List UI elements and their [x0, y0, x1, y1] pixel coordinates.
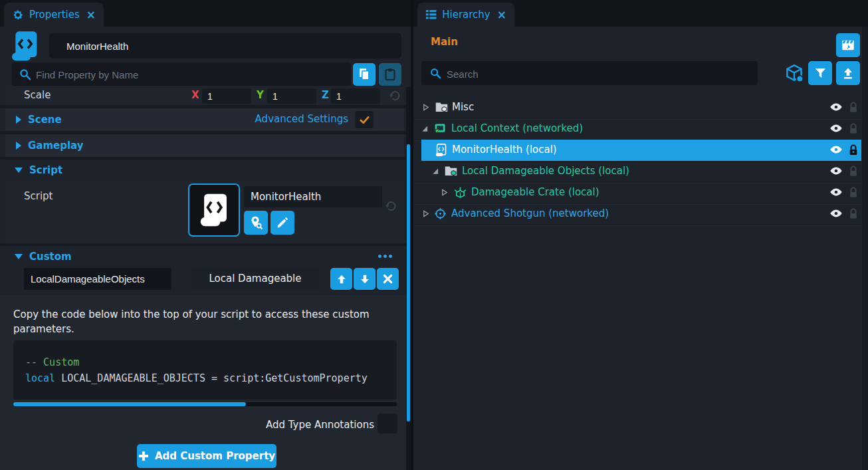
filter-button[interactable] [808, 61, 832, 85]
section-scene[interactable]: Scene Advanced Settings [5, 108, 404, 131]
vertical-scrollbar-track [406, 87, 411, 470]
script-scroll-icon [435, 144, 447, 157]
hierarchy-tabbar: Hierarchy × [413, 0, 868, 27]
find-property-input[interactable] [35, 62, 343, 87]
pencil-icon [276, 216, 289, 229]
expand-arrow-icon[interactable] [432, 168, 439, 175]
tree-row-local-damageable-objects[interactable]: Local Damageable Objects (local) [413, 161, 868, 182]
chevron-right-icon [16, 116, 21, 124]
axis-x-label: X [191, 89, 199, 101]
tree-row-damageable-crate[interactable]: Damageable Crate (local) [413, 182, 868, 203]
add-custom-property-button[interactable]: Add Custom Property [137, 444, 276, 468]
properties-body: Scale X Y Z Scene Advanced Settings [0, 27, 412, 470]
script-asset-thumbnail[interactable] [188, 183, 240, 237]
visibility-eye-icon[interactable] [829, 124, 843, 133]
custom-property-display-field[interactable]: Local Damageable Objects [191, 268, 320, 290]
tree-row-label: Advanced Shotgun (networked) [451, 203, 609, 224]
tab-hierarchy[interactable]: Hierarchy × [417, 3, 514, 27]
clipboard-icon [383, 67, 397, 82]
search-icon [429, 67, 441, 79]
reset-script-icon[interactable] [384, 199, 397, 213]
visibility-eye-icon[interactable] [829, 209, 843, 218]
collapse-arrow-icon[interactable] [423, 210, 429, 217]
section-script[interactable]: Script [5, 160, 404, 181]
folder-icon [435, 100, 449, 114]
script-row-label: Script [24, 190, 53, 202]
tree-row-label: Misc [452, 97, 474, 118]
lock-icon[interactable] [849, 186, 858, 199]
hierarchy-search[interactable] [421, 61, 758, 85]
check-icon [360, 116, 370, 124]
collapse-arrow-icon[interactable] [423, 104, 429, 111]
lock-icon[interactable] [849, 165, 858, 177]
close-icon[interactable]: × [497, 9, 506, 21]
script-section-body: Script MonitorHealth [5, 181, 404, 243]
tab-hierarchy-label: Hierarchy [442, 9, 490, 21]
section-gameplay[interactable]: Gameplay [5, 134, 404, 157]
vertical-scrollbar-thumb[interactable] [407, 144, 410, 421]
paste-properties-button[interactable] [379, 63, 401, 86]
tree-row-misc[interactable]: Misc [413, 97, 868, 118]
properties-panel: Properties × Scale [0, 0, 412, 470]
chevron-down-icon [15, 168, 23, 173]
scale-row: Scale X Y Z [5, 87, 404, 105]
lock-icon[interactable] [849, 101, 858, 114]
tree-row-label: Local Context (networked) [451, 118, 583, 139]
axis-y-label: Y [257, 89, 264, 101]
visibility-eye-icon[interactable] [829, 145, 843, 154]
hierarchy-body: Main Misc [413, 27, 868, 470]
arrow-down-icon [360, 274, 370, 285]
expand-arrow-icon[interactable] [421, 125, 428, 132]
add-type-annotations-checkbox[interactable] [378, 413, 397, 433]
horizontal-scrollbar-thumb[interactable] [13, 402, 246, 406]
code-block: -- Custom local LOCAL_DAMAGEABLE_OBJECTS… [13, 340, 397, 400]
close-icon[interactable]: × [86, 9, 96, 21]
delete-custom-property-button[interactable] [377, 268, 399, 290]
find-property-search[interactable] [12, 62, 351, 86]
visibility-eye-icon[interactable] [829, 102, 843, 112]
app-root: Properties × Scale [0, 0, 868, 470]
advanced-settings-checkbox[interactable] [355, 111, 374, 128]
copy-icon [358, 67, 371, 82]
reset-scale-icon[interactable] [388, 89, 401, 102]
publish-upload-button[interactable] [836, 61, 860, 85]
lock-icon[interactable] [849, 122, 858, 135]
section-custom[interactable]: Custom [5, 246, 404, 267]
lock-icon[interactable] [849, 144, 858, 156]
move-down-button[interactable] [354, 268, 376, 290]
move-up-button[interactable] [330, 268, 352, 290]
scene-settings-button[interactable] [836, 33, 860, 57]
copy-properties-button[interactable] [353, 63, 376, 86]
hierarchy-panel: Hierarchy × Main [413, 0, 868, 470]
custom-property-name-input[interactable] [24, 268, 171, 290]
tree-row-local-context[interactable]: Local Context (networked) [413, 118, 868, 140]
folder-cube-icon [444, 164, 458, 178]
more-options-icon[interactable] [378, 255, 392, 258]
package-cube-icon[interactable] [784, 63, 804, 83]
local-context-icon [433, 122, 447, 136]
custom-property-row: Local Damageable Objects [0, 267, 407, 295]
plus-icon [138, 451, 149, 461]
tree-row-advanced-shotgun[interactable]: Advanced Shotgun (networked) [413, 203, 868, 225]
script-name-field[interactable]: MonitorHealth [244, 186, 382, 207]
object-name-input[interactable] [49, 33, 401, 59]
scale-z-input[interactable] [331, 88, 380, 104]
gear-icon [12, 8, 24, 22]
tab-properties[interactable]: Properties × [4, 3, 104, 27]
script-section-label: Script [29, 164, 62, 176]
properties-tabbar: Properties × [0, 0, 412, 27]
visibility-eye-icon[interactable] [829, 187, 843, 197]
lock-icon[interactable] [849, 207, 858, 220]
code-line: local LOCAL_DAMAGEABLE_OBJECTS = script:… [25, 372, 368, 384]
visibility-eye-icon[interactable] [829, 166, 843, 176]
scale-y-input[interactable] [267, 88, 316, 104]
code-rest: LOCAL_DAMAGEABLE_OBJECTS = script:GetCus… [55, 372, 368, 384]
script-type-icon [10, 31, 41, 62]
edit-script-button[interactable] [271, 211, 294, 235]
scale-x-input[interactable] [202, 88, 251, 104]
tree-row-monitorhealth[interactable]: MonitorHealth (local) [413, 140, 868, 160]
hierarchy-search-input[interactable] [445, 61, 751, 86]
find-script-button[interactable] [244, 211, 268, 235]
axis-z-label: Z [322, 89, 329, 101]
collapse-arrow-icon[interactable] [441, 189, 448, 196]
